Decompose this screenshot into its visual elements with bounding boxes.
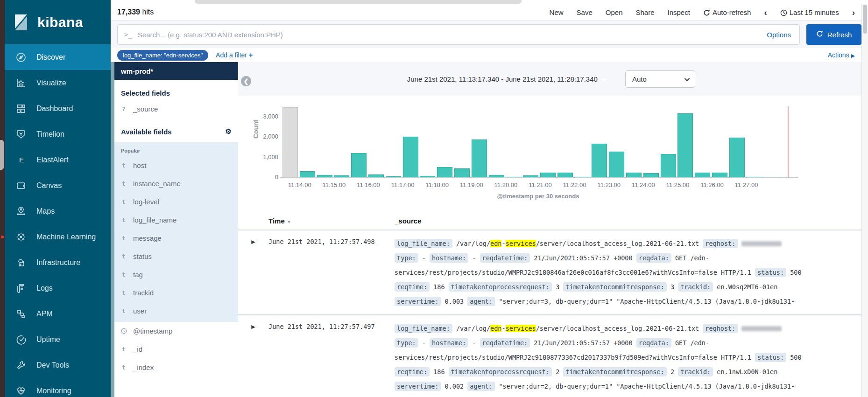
open-button[interactable]: Open [606,8,623,16]
x-tick-label: 11:27:00 [735,181,758,188]
sidebar-item-visualize[interactable]: Visualize [5,70,111,96]
dashboard-grid-icon [16,104,26,114]
histogram-bar[interactable] [609,152,624,177]
sidebar-item-label: Maps [36,207,55,216]
clock-icon [780,9,787,16]
field-item-log_file_name[interactable]: tlog_file_name [114,211,238,229]
sidebar-item-dashboard[interactable]: Dashboard [5,96,111,121]
histogram-bar[interactable] [712,173,727,177]
field-item-user[interactable]: tuser [114,302,238,320]
histogram-bar[interactable] [643,173,659,177]
refresh-button[interactable]: Refresh [806,24,861,45]
sidebar-item-infrastructure[interactable]: Infrastructure [5,250,111,275]
field-item-tag[interactable]: ttag [114,265,238,284]
x-tick-label: 11:21:00 [529,181,552,188]
field-type-icon: ? [121,105,127,112]
histogram-bar[interactable] [626,173,642,177]
letter-e-icon: E [16,155,26,165]
index-pattern-header[interactable]: wm-prod* [114,62,238,80]
histogram-bar[interactable] [695,173,710,177]
edge-tab-handle[interactable] [0,140,4,170]
ml-nodes-icon [16,232,26,242]
sidebar-item-elastalert[interactable]: EElastAlert [5,147,111,173]
scroll-icon [16,283,26,293]
time-forward-chevron[interactable]: › [852,8,855,17]
new-button[interactable]: New [550,8,564,16]
scrollbar-thumb[interactable] [863,5,867,34]
sidebar-item-label: Uptime [36,335,60,344]
sidebar-item-label: Canvas [36,181,62,190]
brand-name: kibana [37,14,83,30]
sidebar-item-discover[interactable]: Discover [5,44,111,70]
current-time-marker [788,106,789,177]
source-line: services/rest/projects/studio/WMPRJ2c918… [395,265,849,280]
auto-refresh-button[interactable]: Auto-refresh [703,8,751,16]
sidebar-item-canvas[interactable]: Canvas [5,173,111,198]
histogram-bar[interactable] [729,138,745,177]
field-item-log-level[interactable]: tlog-level [114,193,238,211]
x-tick-label: 11:25:00 [666,181,690,188]
vertical-scrollbar[interactable] [861,4,868,397]
kibana-logo-icon [13,14,31,31]
gear-icon[interactable]: ⚙ [226,127,232,136]
field-name: message [133,234,162,242]
field-badge: timetakentocommitresponse: [563,367,666,376]
sidebar-item-logs[interactable]: Logs [5,275,111,301]
sidebar-item-uptime[interactable]: Uptime [5,327,111,352]
field-item-_index[interactable]: t_index [114,358,238,376]
field-badge: servertime: [395,297,441,306]
histogram-bar[interactable] [557,173,573,177]
histogram-bar[interactable] [592,144,607,177]
x-tick-label: 11:14:00 [288,181,311,188]
search-input[interactable] [138,31,767,39]
sidebar-item-label: Dev Tools [36,361,69,369]
field-item-_id[interactable]: t_id [114,340,238,358]
field-item-message[interactable]: tmessage [114,229,238,247]
field-badge: trackid: [678,282,713,292]
expand-row-caret[interactable]: ▶ [238,237,268,309]
field-item-status[interactable]: tstatus [114,247,238,265]
share-button[interactable]: Share [635,8,654,16]
field-item-host[interactable]: thost [114,156,238,174]
inspect-button[interactable]: Inspect [668,8,690,16]
histogram-bar[interactable] [437,167,452,177]
histogram-bar[interactable] [300,171,315,177]
sidebar-item-machine-learning[interactable]: Machine Learning [5,224,111,250]
field-item-@timestamp[interactable]: @timestamp [114,322,238,340]
field-name: user [133,307,147,315]
histogram-bar[interactable] [661,154,676,177]
sidebar-item-label: Visualize [36,79,66,87]
field-item-_source[interactable]: ?_source [114,100,238,118]
sidebar-item-monitoring[interactable]: Monitoring [5,378,111,397]
histogram-bar[interactable] [403,137,418,177]
svg-text:E: E [19,156,24,164]
histogram-bar[interactable] [351,153,367,177]
sidebar-item-dev-tools[interactable]: Dev Tools [5,352,111,378]
histogram-bar[interactable] [677,113,693,177]
time-picker-button[interactable]: Last 15 minutes [780,8,839,16]
field-item-instance_name[interactable]: tinstance_name [114,174,238,193]
field-item-trackid[interactable]: ttrackid [114,284,238,302]
field-badge: timetakentoprocessrequest: [449,367,552,376]
time-back-chevron[interactable]: ‹ [764,8,767,17]
histogram-bar[interactable] [472,139,487,177]
x-tick-label: 11:26:00 [700,181,724,188]
sidebar-collapse-strip[interactable] [111,62,114,397]
kibana-brand[interactable]: kibana [5,0,111,44]
sidebar-item-timelion[interactable]: Timelion [5,121,111,147]
add-filter-link[interactable]: Add a filter + [216,51,253,59]
row-timestamp: June 21st 2021, 11:27:57.498 [268,237,395,309]
time-column-header[interactable]: Time ▼ [268,217,395,225]
sidebar-item-apm[interactable]: APM [5,301,111,327]
filter-pill[interactable]: log_file_name: "edn-services" [117,50,208,61]
filter-actions-link[interactable]: Actions ▶ [828,51,855,59]
expand-row-caret[interactable]: ▶ [238,321,268,394]
interval-select[interactable]: Auto [625,70,695,88]
sidebar-item-label: Infrastructure [36,258,80,267]
histogram-bar[interactable] [454,168,470,177]
sidebar-item-maps[interactable]: Maps [5,198,111,224]
options-link[interactable]: Options [767,31,793,39]
save-button[interactable]: Save [577,8,593,16]
histogram-bar[interactable] [282,107,298,177]
histogram-bar[interactable] [540,173,556,177]
